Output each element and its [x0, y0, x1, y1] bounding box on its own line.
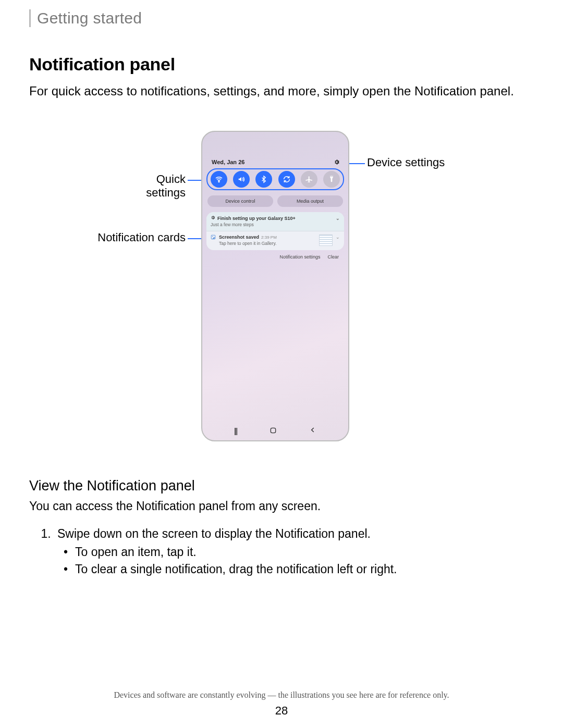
gear-icon[interactable] [334, 159, 340, 165]
notification-subtitle: Tap here to open it in Gallery. [219, 241, 316, 246]
device-control-chip[interactable]: Device control [207, 195, 273, 207]
svg-point-0 [218, 181, 219, 182]
home-button[interactable] [269, 426, 277, 436]
intro-paragraph: For quick access to notifications, setti… [29, 83, 534, 100]
notification-card[interactable]: Finish setting up your Galaxy S10+ ⌄ Jus… [206, 212, 344, 250]
chevron-down-icon[interactable]: ⌄ [336, 216, 340, 221]
wifi-icon[interactable] [211, 171, 227, 188]
figure-area: Device settings Quick settings Notificat… [29, 131, 534, 475]
step-text: Swipe down on the screen to display the … [57, 527, 371, 540]
notification-title: Finish setting up your Galaxy S10+ [217, 216, 296, 221]
phone-mockup: Wed, Jan 26 Device control Media output [201, 131, 349, 441]
breadcrumb: Getting started [29, 9, 534, 27]
svg-point-2 [212, 236, 213, 237]
screenshot-thumbnail [319, 235, 333, 246]
notification-subtitle: Just a few more steps [211, 222, 340, 227]
callout-device-settings: Device settings [367, 156, 445, 169]
flashlight-icon[interactable] [323, 171, 340, 188]
quick-settings-row [206, 168, 344, 190]
recent-apps-button[interactable]: ||| [234, 426, 237, 436]
rotate-icon[interactable] [278, 171, 295, 188]
step-item: Swipe down on the screen to display the … [54, 527, 534, 576]
svg-rect-3 [271, 428, 275, 433]
subsection-heading: View the Notification panel [29, 478, 534, 494]
page-number: 28 [0, 704, 563, 718]
sound-icon[interactable] [233, 171, 250, 188]
nav-bar: ||| [202, 426, 348, 436]
gear-icon [211, 215, 215, 221]
media-output-chip[interactable]: Media output [277, 195, 343, 207]
bullet-item: To open an item, tap it. [73, 545, 534, 559]
bullet-item: To clear a single notification, drag the… [73, 562, 534, 576]
chevron-down-icon[interactable]: ⌄ [336, 235, 340, 240]
callout-notification-cards: Notification cards [96, 231, 186, 244]
steps-list: Swipe down on the screen to display the … [29, 527, 534, 576]
image-icon [211, 235, 216, 241]
notification-settings-link[interactable]: Notification settings [279, 254, 320, 260]
page-title: Notification panel [29, 54, 534, 75]
notification-title: Screenshot saved [219, 235, 259, 240]
footnote: Devices and software are constantly evol… [0, 690, 563, 700]
callout-quick-settings: Quick settings [115, 172, 186, 200]
clear-button[interactable]: Clear [327, 254, 339, 260]
status-date: Wed, Jan 26 [212, 159, 244, 165]
bluetooth-icon[interactable] [255, 171, 272, 188]
back-button[interactable] [309, 426, 316, 436]
notification-time: 2:39 PM [261, 235, 277, 240]
subsection-paragraph: You can access the Notification panel fr… [29, 499, 534, 513]
leader-line [188, 180, 202, 181]
airplane-icon[interactable] [301, 171, 317, 188]
